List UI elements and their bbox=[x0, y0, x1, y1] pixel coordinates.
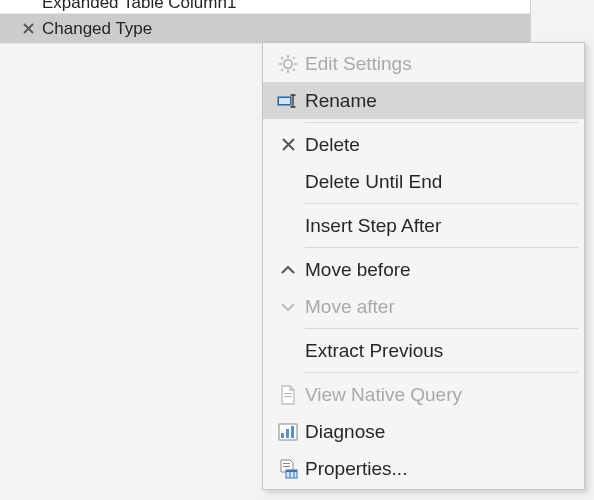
menu-label: Edit Settings bbox=[305, 53, 412, 75]
menu-label: Diagnose bbox=[305, 421, 385, 443]
gear-icon bbox=[271, 54, 305, 74]
svg-rect-17 bbox=[283, 463, 290, 464]
chevron-down-icon bbox=[271, 301, 305, 313]
menu-insert-step-after[interactable]: Insert Step After bbox=[263, 207, 584, 244]
menu-edit-settings: Edit Settings bbox=[263, 45, 584, 82]
chevron-up-icon bbox=[271, 264, 305, 276]
svg-rect-1 bbox=[287, 55, 289, 58]
svg-rect-14 bbox=[281, 433, 284, 438]
menu-properties[interactable]: Properties... bbox=[263, 450, 584, 487]
menu-extract-previous[interactable]: Extract Previous bbox=[263, 332, 584, 369]
menu-label: Properties... bbox=[305, 458, 407, 480]
svg-rect-12 bbox=[284, 396, 292, 397]
delete-step-icon[interactable] bbox=[22, 22, 42, 35]
menu-label: Rename bbox=[305, 90, 377, 112]
menu-diagnose[interactable]: Diagnose bbox=[263, 413, 584, 450]
properties-icon bbox=[271, 459, 305, 479]
svg-rect-6 bbox=[292, 68, 295, 71]
svg-rect-10 bbox=[279, 98, 290, 104]
svg-rect-5 bbox=[280, 56, 283, 59]
svg-point-0 bbox=[284, 59, 292, 67]
diagnose-icon bbox=[271, 423, 305, 441]
menu-delete[interactable]: Delete bbox=[263, 126, 584, 163]
svg-rect-7 bbox=[292, 56, 295, 59]
document-icon bbox=[271, 385, 305, 405]
menu-move-before[interactable]: Move before bbox=[263, 251, 584, 288]
close-icon bbox=[271, 137, 305, 152]
step-row[interactable]: Expanded Table Column1 bbox=[0, 0, 530, 14]
menu-label: View Native Query bbox=[305, 384, 462, 406]
menu-view-native-query: View Native Query bbox=[263, 376, 584, 413]
menu-move-after: Move after bbox=[263, 288, 584, 325]
menu-separator bbox=[305, 247, 578, 248]
menu-label: Extract Previous bbox=[305, 340, 443, 362]
step-row-selected[interactable]: Changed Type bbox=[0, 14, 530, 44]
svg-rect-3 bbox=[279, 63, 282, 65]
menu-label: Delete bbox=[305, 134, 360, 156]
svg-rect-4 bbox=[294, 63, 297, 65]
menu-delete-until-end[interactable]: Delete Until End bbox=[263, 163, 584, 200]
menu-separator bbox=[305, 372, 578, 373]
step-label: Expanded Table Column1 bbox=[42, 0, 236, 13]
svg-rect-11 bbox=[284, 393, 292, 394]
menu-separator bbox=[305, 203, 578, 204]
menu-label: Delete Until End bbox=[305, 171, 442, 193]
menu-label: Move after bbox=[305, 296, 395, 318]
context-menu: Edit Settings Rename Delete Delete Until… bbox=[262, 42, 585, 490]
svg-rect-20 bbox=[286, 470, 297, 472]
svg-rect-2 bbox=[287, 70, 289, 73]
applied-steps-panel: Expanded Table Column1 Changed Type bbox=[0, 0, 531, 44]
rename-icon bbox=[271, 93, 305, 109]
menu-label: Move before bbox=[305, 259, 411, 281]
svg-rect-18 bbox=[283, 466, 290, 467]
svg-rect-15 bbox=[286, 429, 289, 438]
menu-rename[interactable]: Rename bbox=[263, 82, 584, 119]
svg-rect-8 bbox=[281, 68, 284, 71]
svg-rect-16 bbox=[291, 426, 294, 438]
menu-label: Insert Step After bbox=[305, 215, 441, 237]
menu-separator bbox=[305, 122, 578, 123]
menu-separator bbox=[305, 328, 578, 329]
step-label: Changed Type bbox=[42, 19, 152, 39]
